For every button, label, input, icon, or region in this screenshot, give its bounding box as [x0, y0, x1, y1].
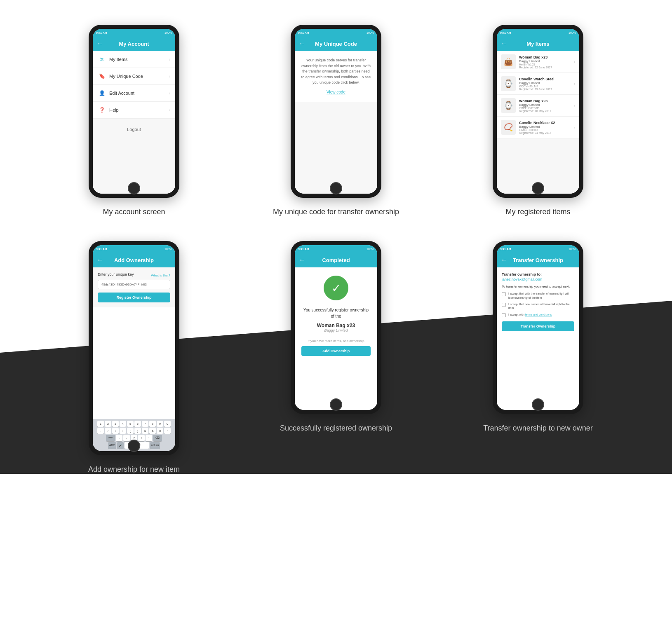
status-time-2: 9:41 AM [298, 31, 309, 34]
phone5-container: 9:41 AM 100% ← Completed ✓ You successfu… [270, 241, 402, 433]
key-abc[interactable]: ABC [108, 442, 116, 449]
phone3-container: 9:41 AM 100% ← My Items 👜 Woman Bag x23 … [472, 25, 604, 216]
key-0[interactable]: 0 [164, 421, 171, 427]
key-lparen[interactable]: ( [127, 428, 134, 434]
key-rparen[interactable]: ) [134, 428, 141, 434]
back-arrow-3[interactable]: ← [501, 40, 508, 47]
item-name: Woman Bag x23 [519, 55, 574, 59]
register-ownership-button[interactable]: Register Ownership [98, 293, 170, 302]
transfer-to-label: Transfer ownership to: [502, 272, 574, 276]
key-return[interactable]: return [150, 442, 160, 449]
item-row[interactable]: 📿 Covelin Necklace X2 Baggy Limited LIM4… [497, 117, 579, 138]
item-code: HelENW103 [519, 63, 574, 66]
home-button-6[interactable] [532, 398, 544, 411]
key-mic[interactable]: 🎤 [117, 442, 124, 449]
header-title-4: Add Ownership [114, 257, 154, 263]
key-4[interactable]: 4 [120, 421, 126, 427]
item-info: Woman Bag x23 Baggy Limited HelENW103 Re… [519, 55, 574, 69]
status-time-5: 9:41 AM [298, 248, 309, 250]
what-is-that-link[interactable]: What is that? [151, 274, 170, 277]
item-date: Registered: 22 June 2017 [519, 66, 574, 69]
checkmark-icon: ✓ [331, 281, 341, 295]
key-8[interactable]: 8 [149, 421, 156, 427]
chevron-unique-code: › [169, 74, 170, 79]
checkbox-1[interactable] [502, 292, 506, 296]
back-arrow-2[interactable]: ← [299, 40, 305, 47]
item-row[interactable]: 👜 Woman Bag x23 Baggy Limited HelENW103 … [497, 51, 579, 73]
key-hash[interactable]: ### [106, 435, 115, 441]
key-comma[interactable]: , [123, 435, 130, 441]
caption-6: Transfer ownership to new owner [483, 424, 592, 433]
key-apostrophe[interactable]: ' [146, 435, 152, 441]
home-button-3[interactable] [532, 182, 544, 194]
screen-content-3: 👜 Woman Bag x23 Baggy Limited HelENW103 … [497, 51, 579, 194]
key-9[interactable]: 9 [157, 421, 163, 427]
back-arrow-5[interactable]: ← [299, 256, 305, 264]
terms-link[interactable]: terms and conditions [525, 313, 552, 316]
item-date: Registered: 04 May 2017 [519, 131, 574, 134]
header-title-6: Transfer Ownership [513, 257, 563, 263]
back-arrow-4[interactable]: ← [97, 256, 103, 264]
home-button-1[interactable] [128, 182, 140, 194]
item-date: Registered: 19 June 2017 [519, 88, 574, 91]
back-arrow-1[interactable]: ← [97, 40, 103, 47]
caption-4: Add ownership for new item [88, 465, 180, 474]
key-5[interactable]: 5 [127, 421, 134, 427]
menu-item-edit-account[interactable]: 👤 Edit Account › [93, 85, 175, 102]
status-bar-4: 9:41 AM 100% [93, 245, 175, 253]
key-7[interactable]: 7 [142, 421, 148, 427]
item-chevron-icon: › [574, 82, 575, 86]
key-at[interactable]: @ [157, 428, 163, 434]
key-3[interactable]: 3 [112, 421, 119, 427]
back-arrow-6[interactable]: ← [501, 256, 508, 264]
keyboard-row-2: - / : ; ( ) $ & @ " [94, 428, 174, 434]
key-slash[interactable]: / [105, 428, 111, 434]
key-6[interactable]: 6 [134, 421, 141, 427]
caption-2: My unique code for transfer ownership [273, 208, 399, 216]
key-colon[interactable]: : [112, 428, 119, 434]
chevron-edit-account: › [169, 91, 170, 96]
status-battery-1: 100% [164, 31, 172, 34]
checkbox-3[interactable] [502, 313, 506, 317]
key-period[interactable]: . [116, 435, 122, 441]
unique-key-input[interactable]: 49ds43Dh493Dy930iy74Fhk83 [98, 280, 170, 289]
key-exclaim[interactable]: ! [138, 435, 145, 441]
item-code: 2MPFU38T36P [519, 107, 574, 110]
logout-button[interactable]: Logout [93, 127, 175, 132]
key-1[interactable]: 1 [97, 421, 104, 427]
caption-1: My account screen [103, 208, 165, 216]
item-row[interactable]: ⌚ Covelin Watch Steel Baggy Limited KQOV… [497, 73, 579, 95]
key-2[interactable]: 2 [105, 421, 111, 427]
success-text: You successfully register ownership of t… [301, 307, 371, 319]
add-ownership-button-completed[interactable]: Add Ownership [301, 346, 371, 356]
item-thumbnail: ⌚ [501, 98, 516, 113]
home-button-5[interactable] [330, 398, 342, 411]
view-code-link[interactable]: View code [301, 89, 371, 95]
top-row: 9:41 AM 100% ← My Account 🛍 My Items › [33, 25, 639, 216]
home-button-4[interactable] [128, 440, 140, 452]
menu-item-help[interactable]: ❓ Help › [93, 102, 175, 119]
checkbox-2[interactable] [502, 303, 506, 307]
item-row[interactable]: ⌚ Woman Bag x23 Baggy Limited 2MPFU38T36… [497, 95, 579, 117]
key-backspace[interactable]: ⌫ [153, 435, 162, 441]
bottom-row: 9:41 AM 100% ← Add Ownership Enter your … [33, 241, 639, 474]
home-button-2[interactable] [330, 182, 342, 194]
status-bar-2: 9:41 AM 100% [295, 29, 377, 36]
key-dash[interactable]: - [97, 428, 104, 434]
menu-item-unique-code[interactable]: 🔖 My Unique Code › [93, 68, 175, 85]
header-title-5: Completed [322, 257, 350, 263]
checkbox-text-2: I accept that new owner will have full r… [508, 302, 574, 311]
key-quote[interactable]: " [164, 428, 171, 434]
header-title-3: My Items [526, 41, 550, 47]
checkbox-text-1: I accept that with the transfer of owner… [508, 292, 574, 300]
key-amp[interactable]: & [149, 428, 156, 434]
phone2: 9:41 AM 100% ← My Unique Code Your uniqu… [291, 25, 381, 198]
status-battery-4: 100% [164, 248, 172, 250]
completed-item-brand: Baggy Limited [324, 328, 348, 332]
transfer-email: janez.novak@gmail.com [502, 277, 574, 281]
key-semicolon[interactable]: ; [120, 428, 126, 434]
key-dollar[interactable]: $ [142, 428, 148, 434]
checkbox-text-3: I accept with terms and conditions [508, 313, 552, 317]
transfer-ownership-button[interactable]: Transfer Ownership [502, 321, 574, 331]
menu-item-my-items[interactable]: 🛍 My Items › [93, 51, 175, 68]
